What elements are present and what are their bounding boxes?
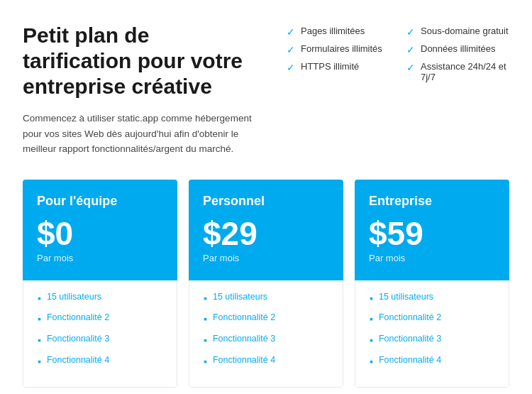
plan-header-0: Pour l'équipe $0 Par mois <box>23 180 177 280</box>
plan-feature-label: Fonctionnalité 2 <box>47 312 109 322</box>
feature-item: ✓Pages illimitées <box>287 26 389 38</box>
page-title: Petit plan de tarification pour votre en… <box>23 23 264 99</box>
feature-label: Sous-domaine gratuit <box>421 26 509 36</box>
plan-body-0: ▪15 utilisateurs▪Fonctionnalité 2▪Foncti… <box>23 280 177 388</box>
bullet-icon: ▪ <box>204 292 207 306</box>
feature-label: Pages illimitées <box>301 26 365 36</box>
bullet-icon: ▪ <box>38 312 41 327</box>
feature-item: ✓Données illimitées <box>406 43 509 55</box>
plan-feature-label: 15 utilisateurs <box>379 292 433 302</box>
plan-feature-label: Fonctionnalité 4 <box>47 355 109 365</box>
plan-card-0: Pour l'équipe $0 Par mois ▪15 utilisateu… <box>23 180 177 388</box>
features-column-left: ✓Pages illimitées✓Formulaires illimités✓… <box>287 26 389 157</box>
check-icon: ✓ <box>287 26 295 38</box>
plan-name: Pour l'équipe <box>37 194 163 209</box>
plan-period: Par mois <box>37 253 163 263</box>
plan-feature-label: 15 utilisateurs <box>47 292 101 302</box>
plan-price: $0 <box>37 217 163 250</box>
header-left: Petit plan de tarification pour votre en… <box>23 23 264 157</box>
plan-feature-label: Fonctionnalité 4 <box>379 355 441 365</box>
plan-header-2: Entreprise $59 Par mois <box>355 180 509 280</box>
plan-feature-label: Fonctionnalité 3 <box>379 334 441 344</box>
feature-label: HTTPS illimité <box>301 61 359 72</box>
plan-feature-item: ▪Fonctionnalité 2 <box>204 312 328 327</box>
feature-label: Formulaires illimités <box>301 43 382 54</box>
check-icon: ✓ <box>406 44 415 55</box>
bullet-icon: ▪ <box>204 312 207 327</box>
check-icon: ✓ <box>287 62 295 73</box>
plan-price: $29 <box>203 217 329 250</box>
feature-item: ✓Formulaires illimités <box>287 43 389 55</box>
plan-feature-label: Fonctionnalité 4 <box>213 355 275 365</box>
plan-header-1: Personnel $29 Par mois <box>189 180 343 280</box>
plan-feature-item: ▪Fonctionnalité 4 <box>370 355 494 369</box>
bullet-icon: ▪ <box>370 312 373 327</box>
feature-item: ✓HTTPS illimité <box>287 61 389 73</box>
plan-feature-item: ▪15 utilisateurs <box>204 292 328 306</box>
plan-feature-item: ▪Fonctionnalité 2 <box>370 312 494 327</box>
bullet-icon: ▪ <box>370 292 373 306</box>
feature-label: Assistance 24h/24 et 7j/7 <box>421 61 509 82</box>
header-right: ✓Pages illimitées✓Formulaires illimités✓… <box>287 23 509 157</box>
check-icon: ✓ <box>406 26 415 38</box>
bullet-icon: ▪ <box>38 292 41 306</box>
plan-feature-label: Fonctionnalité 2 <box>213 312 275 322</box>
plan-period: Par mois <box>369 253 495 263</box>
plan-price: $59 <box>369 217 495 250</box>
feature-label: Données illimitées <box>421 43 496 54</box>
bullet-icon: ▪ <box>204 355 207 369</box>
plan-feature-label: Fonctionnalité 2 <box>379 312 441 322</box>
plan-feature-label: Fonctionnalité 3 <box>213 334 275 344</box>
feature-item: ✓Sous-domaine gratuit <box>406 26 509 38</box>
plan-feature-item: ▪Fonctionnalité 3 <box>370 334 494 348</box>
page-container: Petit plan de tarification pour votre en… <box>0 0 532 388</box>
plan-feature-item: ▪Fonctionnalité 2 <box>38 312 162 327</box>
plan-name: Entreprise <box>369 194 495 209</box>
plan-card-2: Entreprise $59 Par mois ▪15 utilisateurs… <box>355 180 509 388</box>
plan-feature-item: ▪Fonctionnalité 3 <box>38 334 162 348</box>
plan-card-1: Personnel $29 Par mois ▪15 utilisateurs▪… <box>189 180 343 388</box>
page-description: Commencez à utiliser static.app comme hé… <box>23 111 264 157</box>
bullet-icon: ▪ <box>38 334 41 348</box>
plan-feature-item: ▪15 utilisateurs <box>370 292 494 306</box>
plan-body-1: ▪15 utilisateurs▪Fonctionnalité 2▪Foncti… <box>189 280 343 388</box>
plan-feature-item: ▪Fonctionnalité 3 <box>204 334 328 348</box>
header-section: Petit plan de tarification pour votre en… <box>23 23 509 157</box>
plan-period: Par mois <box>203 253 329 263</box>
plan-feature-item: ▪Fonctionnalité 4 <box>204 355 328 369</box>
check-icon: ✓ <box>406 62 415 73</box>
plan-feature-label: Fonctionnalité 3 <box>47 334 109 344</box>
plan-name: Personnel <box>203 194 329 209</box>
plan-body-2: ▪15 utilisateurs▪Fonctionnalité 2▪Foncti… <box>355 280 509 388</box>
feature-item: ✓Assistance 24h/24 et 7j/7 <box>406 61 509 82</box>
check-icon: ✓ <box>287 44 295 55</box>
bullet-icon: ▪ <box>370 334 373 348</box>
plan-feature-item: ▪Fonctionnalité 4 <box>38 355 162 369</box>
bullet-icon: ▪ <box>38 355 41 369</box>
features-column-right: ✓Sous-domaine gratuit✓Données illimitées… <box>406 26 509 157</box>
plan-feature-item: ▪15 utilisateurs <box>38 292 162 306</box>
bullet-icon: ▪ <box>370 355 373 369</box>
plans-section: Pour l'équipe $0 Par mois ▪15 utilisateu… <box>23 180 509 388</box>
bullet-icon: ▪ <box>204 334 207 348</box>
plan-feature-label: 15 utilisateurs <box>213 292 267 302</box>
